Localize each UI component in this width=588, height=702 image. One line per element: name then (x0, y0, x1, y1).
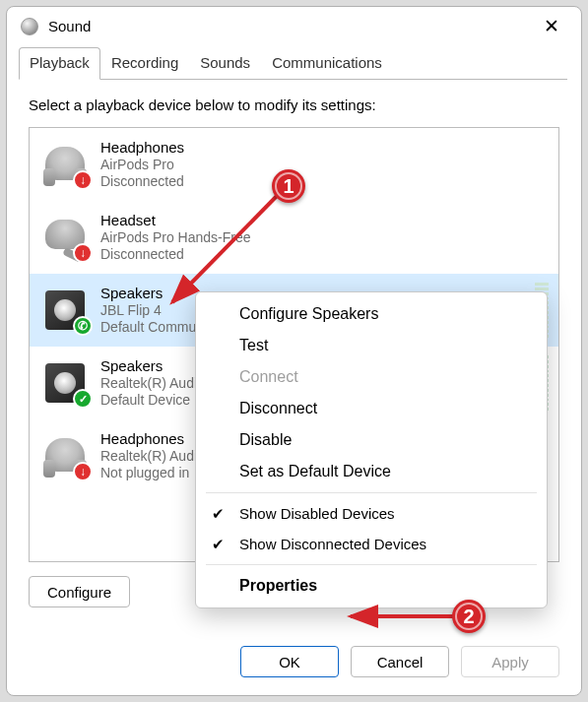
menu-label: Show Disconnected Devices (239, 536, 426, 552)
dialog-footer: OK Cancel Apply (7, 632, 581, 695)
close-button[interactable]: ✕ (536, 17, 567, 35)
device-labels: Speakers Realtek(R) Audio Default Device (100, 357, 205, 410)
ok-button[interactable]: OK (240, 646, 339, 677)
menu-disconnect[interactable]: Disconnect (196, 393, 547, 424)
tab-communications[interactable]: Communications (261, 47, 393, 80)
tab-sounds[interactable]: Sounds (189, 47, 261, 80)
device-sub: AirPods Pro (100, 157, 184, 174)
menu-show-disconnected[interactable]: ✔Show Disconnected Devices (196, 529, 547, 559)
annotation-arrow-1 (163, 186, 291, 314)
menu-separator (206, 564, 537, 565)
annotation-arrow-2 (345, 606, 463, 626)
window-title: Sound (48, 18, 91, 34)
titlebar: Sound ✕ (7, 7, 581, 41)
device-name: Headphones (100, 139, 184, 157)
device-labels: Headphones Realtek(R) Audio Not plugged … (100, 430, 205, 482)
check-icon: ✔ (212, 505, 225, 523)
device-name: Headphones (100, 430, 205, 448)
menu-set-default[interactable]: Set as Default Device (196, 456, 547, 487)
disconnected-badge-icon (73, 243, 93, 263)
menu-connect: Connect (196, 361, 547, 393)
configure-button[interactable]: Configure (29, 576, 130, 607)
cancel-button[interactable]: Cancel (351, 646, 449, 677)
prompt-text: Select a playback device below to modify… (29, 96, 559, 113)
menu-test[interactable]: Test (196, 330, 547, 361)
annotation-badge-1: 1 (272, 169, 305, 203)
tab-strip: Playback Recording Sounds Communications (7, 41, 581, 80)
tab-playback[interactable]: Playback (19, 47, 100, 80)
menu-disable[interactable]: Disable (196, 424, 547, 456)
headphones-icon (43, 436, 89, 476)
default-badge-icon (73, 389, 93, 409)
phone-badge-icon (73, 316, 93, 336)
menu-show-disabled[interactable]: ✔Show Disabled Devices (196, 498, 547, 529)
device-sub: Realtek(R) Audio (100, 375, 205, 393)
device-labels: Headphones AirPods Pro Disconnected (100, 139, 184, 191)
menu-label: Show Disabled Devices (239, 505, 395, 522)
headphones-icon (43, 145, 89, 184)
disconnected-badge-icon (73, 170, 93, 190)
svg-line-0 (172, 194, 279, 302)
check-icon: ✔ (212, 536, 225, 553)
sound-icon (21, 18, 38, 35)
unplugged-badge-icon (73, 462, 93, 481)
apply-button: Apply (461, 646, 559, 677)
speaker-icon (43, 290, 89, 330)
annotation-badge-2: 2 (452, 600, 486, 633)
device-status: Default Device (100, 392, 205, 410)
context-menu[interactable]: Configure Speakers Test Connect Disconne… (195, 291, 548, 608)
tab-underline (21, 79, 567, 80)
menu-separator (206, 492, 537, 493)
device-status: Not plugged in (100, 465, 205, 482)
tab-recording[interactable]: Recording (100, 47, 189, 80)
device-name: Speakers (100, 357, 205, 375)
device-sub: Realtek(R) Audio (100, 448, 205, 466)
menu-properties[interactable]: Properties (196, 570, 547, 602)
device-item[interactable]: Headset AirPods Pro Hands-Free Disconnec… (30, 201, 558, 274)
speaker-icon (43, 363, 89, 403)
headset-icon (43, 218, 89, 257)
